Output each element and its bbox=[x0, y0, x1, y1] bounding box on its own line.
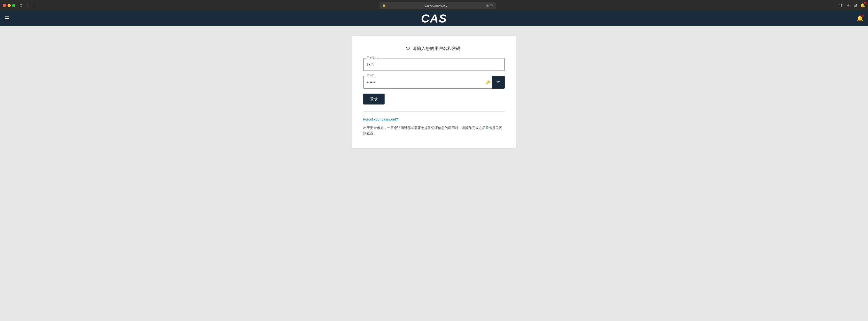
traffic-lights bbox=[3, 4, 15, 7]
share-icon[interactable]: ⬆ bbox=[840, 3, 843, 8]
password-input-wrapper: 🔑 👁 bbox=[363, 76, 505, 89]
new-tab-icon[interactable]: ＋ bbox=[846, 3, 850, 8]
nav-notification-badge bbox=[862, 15, 864, 17]
refresh-icon[interactable]: ↻ bbox=[490, 4, 493, 7]
security-notice: 出于安全考虑，一旦您访问过那些需要您提供凭证信息的应用时，请操作完成之后登出并关… bbox=[363, 125, 505, 136]
sidebar-toggle-icon[interactable]: ⊡ bbox=[20, 3, 23, 7]
lock-icon: 🔒 bbox=[382, 4, 386, 7]
nav-bar: ☰ CAS 🔔 bbox=[0, 11, 868, 26]
address-bar[interactable]: 🔒 cas.example.org ⊞ ↻ bbox=[379, 2, 496, 9]
minimize-button[interactable] bbox=[7, 4, 11, 7]
back-button[interactable]: ‹ bbox=[26, 3, 30, 8]
eye-icon: 👁 bbox=[496, 80, 500, 84]
notification-bell[interactable]: 🔔 bbox=[860, 3, 865, 8]
forgot-password-link[interactable]: Forgot your password? bbox=[363, 117, 505, 121]
login-button[interactable]: 登录 bbox=[363, 94, 384, 105]
key-icon: 🔑 bbox=[484, 80, 492, 84]
login-title: 🛡 请输入您的用户名和密码. bbox=[363, 46, 505, 51]
nav-title: CAS bbox=[421, 12, 447, 25]
nav-bell-icon[interactable]: 🔔 bbox=[857, 15, 863, 21]
shield-icon: 🛡 bbox=[406, 46, 410, 51]
password-field-group: 密 码: 🔑 👁 bbox=[363, 76, 505, 89]
tabs-icon[interactable]: ⊞ bbox=[854, 3, 857, 8]
nav-bell-wrap: 🔔 bbox=[857, 15, 863, 22]
close-button[interactable] bbox=[3, 4, 6, 7]
address-bar-icons: ⊞ ↻ bbox=[486, 4, 493, 7]
address-bar-wrapper: 🔒 cas.example.org ⊞ ↻ bbox=[37, 2, 838, 9]
reader-icon: ⊞ bbox=[486, 4, 489, 7]
main-content: 🛡 请输入您的用户名和密码. 用户名: 密 码: 🔑 👁 登录 Fo bbox=[0, 26, 868, 321]
password-label: 密 码: bbox=[366, 73, 375, 77]
login-card: 🛡 请输入您的用户名和密码. 用户名: 密 码: 🔑 👁 登录 Fo bbox=[351, 36, 517, 148]
username-input[interactable] bbox=[364, 58, 504, 70]
username-input-wrapper bbox=[363, 58, 505, 71]
notification-badge bbox=[864, 2, 866, 4]
logout-link[interactable]: 登出 bbox=[485, 126, 492, 130]
forward-button[interactable]: › bbox=[32, 3, 35, 8]
security-notice-prefix: 出于安全考虑，一旦您访问过那些需要您提供凭证信息的应用时，请操作完成之后 bbox=[363, 126, 485, 130]
browser-actions: ⬆ ＋ ⊞ 🔔 bbox=[840, 3, 865, 8]
browser-chrome: ⊡ ‹ › 🔒 cas.example.org ⊞ ↻ ⬆ ＋ ⊞ 🔔 bbox=[0, 0, 868, 11]
hamburger-icon[interactable]: ☰ bbox=[5, 16, 9, 21]
login-title-text: 请输入您的用户名和密码. bbox=[412, 46, 462, 51]
username-label: 用户名: bbox=[366, 56, 377, 60]
maximize-button[interactable] bbox=[12, 4, 15, 7]
browser-nav: ‹ › bbox=[26, 3, 35, 8]
password-input[interactable] bbox=[364, 76, 484, 88]
divider bbox=[363, 111, 505, 112]
username-field-group: 用户名: bbox=[363, 58, 505, 71]
url-text: cas.example.org bbox=[388, 4, 485, 7]
toggle-password-button[interactable]: 👁 bbox=[492, 76, 504, 88]
